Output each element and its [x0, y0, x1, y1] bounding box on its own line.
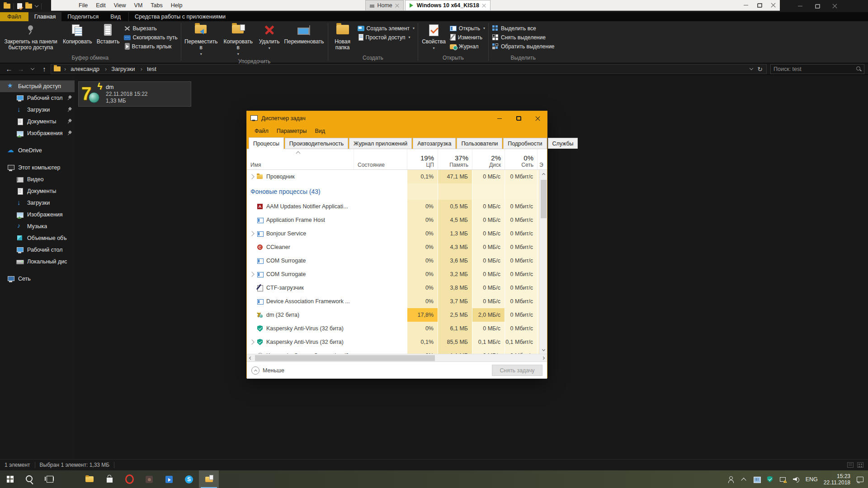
vmware-toolbar-icon[interactable]	[269, 0, 280, 10]
sidebar-item[interactable]: Этот компьютер	[0, 162, 75, 174]
vmware-menu-item[interactable]: Edit	[92, 0, 110, 10]
taskbar-app-button[interactable]	[159, 470, 179, 488]
sidebar-item[interactable]: Изображения	[0, 209, 75, 221]
vmware-toolbar-icon[interactable]	[233, 0, 245, 10]
process-row[interactable]: CCleaner 0% 4,3 МБ 0 МБ/с 0 Мбит/с	[247, 240, 539, 254]
vmware-toolbar-icon[interactable]	[327, 0, 339, 10]
taskbar-app-button[interactable]	[119, 470, 139, 488]
taskbar-app-button[interactable]	[99, 470, 119, 488]
ribbon-tab[interactable]: Средства работы с приложениями	[128, 12, 231, 21]
tm-close-button[interactable]	[528, 111, 547, 126]
taskbar-app-button[interactable]	[139, 470, 159, 488]
column-cpu[interactable]: 19%ЦП	[407, 149, 438, 169]
task-manager-titlebar[interactable]: Диспетчер задач	[247, 111, 547, 126]
properties-qat-icon[interactable]	[17, 3, 22, 9]
vmware-toolbar-icon[interactable]	[222, 0, 233, 10]
vmware-toolbar-icon[interactable]	[339, 0, 351, 10]
sidebar-item[interactable]: Изображения	[0, 127, 75, 139]
new-folder-button[interactable]: Новая папка	[330, 23, 356, 52]
tray-icon[interactable]	[740, 476, 747, 483]
customize-qat-chevron-icon[interactable]	[35, 4, 38, 7]
tm-tab[interactable]: Автозагрузка	[413, 138, 456, 149]
sidebar-item[interactable]: Рабочий стол	[0, 92, 75, 104]
tray-icon[interactable]	[793, 476, 800, 483]
search-icon[interactable]	[856, 66, 861, 71]
move-to-button[interactable]: Переместить в	[183, 23, 220, 58]
recent-locations-chevron[interactable]	[27, 65, 38, 74]
vmware-toolbar-icon[interactable]	[280, 0, 292, 10]
process-row[interactable]: COM Surrogate 0% 3,2 МБ 0 МБ/с 0 Мбит/с	[247, 267, 539, 281]
sidebar-item[interactable]: Сеть	[0, 273, 75, 285]
tray-icon[interactable]	[779, 476, 787, 483]
vmware-minimize-button[interactable]	[739, 0, 753, 10]
search-input[interactable]	[774, 66, 856, 72]
new-item-button[interactable]: Создать элемент	[358, 24, 415, 32]
vm-tab[interactable]: Home	[365, 0, 403, 10]
vmware-menu-item[interactable]: Tabs	[146, 0, 166, 10]
vmware-menu-item[interactable]: View	[110, 0, 130, 10]
pin-to-quick-access-button[interactable]: Закрепить на панели быстрого доступа	[1, 23, 61, 52]
vmware-toolbar-icon[interactable]	[198, 0, 210, 10]
horizontal-scroll-thumb[interactable]	[255, 355, 435, 361]
tm-menu-item[interactable]: Файл	[250, 128, 273, 134]
process-row[interactable]: Bonjour Service 0% 1,3 МБ 0 МБ/с 0 Мбит/…	[247, 227, 539, 240]
column-network[interactable]: 0%Сеть	[505, 149, 537, 169]
sidebar-item[interactable]: Музыка	[0, 221, 75, 232]
vmware-close-button[interactable]	[766, 0, 780, 10]
column-partial[interactable]: Э	[537, 149, 547, 169]
history-button[interactable]: Журнал	[450, 42, 485, 50]
taskbar-app-button[interactable]	[179, 470, 199, 488]
tm-tab[interactable]: Службы	[548, 138, 578, 149]
search-box[interactable]	[770, 64, 864, 74]
sidebar-item[interactable]: Быстрый доступ	[0, 80, 75, 92]
sidebar-item[interactable]: Рабочий стол	[0, 244, 75, 256]
thumbnails-view-button[interactable]	[857, 462, 863, 468]
vmware-toolbar-icon[interactable]	[316, 0, 327, 10]
forward-button[interactable]: →	[15, 65, 26, 74]
column-disk[interactable]: 2%Диск	[472, 149, 505, 169]
rename-button[interactable]: Переименовать	[282, 23, 326, 46]
language-indicator[interactable]: ENG	[806, 476, 818, 483]
explorer-minimize-button[interactable]	[792, 0, 809, 12]
vertical-scroll-thumb[interactable]	[541, 180, 547, 218]
vmware-toolbar-icon[interactable]	[257, 0, 269, 10]
sidebar-item[interactable]: Локальный диск (C:	[0, 256, 75, 267]
scroll-left-arrow[interactable]	[247, 354, 255, 362]
open-button[interactable]: Открыть	[450, 24, 485, 32]
tm-tab[interactable]: Пользователи	[457, 138, 502, 149]
sidebar-item[interactable]: Загрузки	[0, 104, 75, 116]
vmware-toolbar-icon[interactable]	[245, 0, 257, 10]
taskbar-app-button[interactable]	[60, 470, 80, 488]
action-center-icon[interactable]	[856, 476, 863, 483]
select-none-button[interactable]: Снять выделение	[492, 33, 555, 41]
taskbar-app-button[interactable]	[0, 470, 20, 488]
ribbon-tab[interactable]: Поделиться	[61, 12, 104, 21]
expand-chevron-icon[interactable]	[249, 339, 254, 344]
copy-to-button[interactable]: Копировать в	[220, 23, 257, 58]
expand-chevron-icon[interactable]	[249, 174, 254, 179]
process-row[interactable]: Kaspersky Secure Connection (3... 0% 1,1…	[247, 349, 539, 354]
sidebar-item[interactable]: Загрузки	[0, 197, 75, 209]
vertical-scrollbar[interactable]	[539, 170, 547, 354]
tray-icon[interactable]	[766, 476, 774, 483]
column-name[interactable]: Имя	[247, 149, 354, 169]
tm-tab[interactable]: Журнал приложений	[349, 138, 412, 149]
delete-button[interactable]: Удалить	[257, 23, 282, 52]
back-button[interactable]: ←	[4, 65, 14, 74]
process-row[interactable]: Application Frame Host 0% 4,5 МБ 0 МБ/с …	[247, 213, 539, 227]
vm-tab-close-icon[interactable]	[395, 4, 399, 8]
tm-tab[interactable]: Производительность	[285, 138, 348, 149]
vmware-toolbar-icon[interactable]	[186, 0, 198, 10]
breadcrumb-segment[interactable]: test	[138, 66, 159, 72]
ribbon-tab[interactable]: Вид	[104, 12, 127, 21]
tm-tab[interactable]: Подробности	[503, 138, 547, 149]
vmware-toolbar-icon[interactable]	[304, 0, 316, 10]
scroll-right-arrow[interactable]	[539, 354, 547, 362]
process-row[interactable]: Фоновые процессы (43)	[247, 183, 539, 200]
sidebar-item[interactable]: Документы	[0, 185, 75, 197]
explorer-restore-button[interactable]	[809, 0, 826, 12]
refresh-icon[interactable]: ↻	[757, 66, 763, 73]
vm-tab[interactable]: Windows 10 x64_KIS18	[405, 0, 491, 10]
cut-button[interactable]: Вырезать	[124, 24, 178, 32]
end-task-button[interactable]: Снять задачу	[492, 365, 542, 376]
